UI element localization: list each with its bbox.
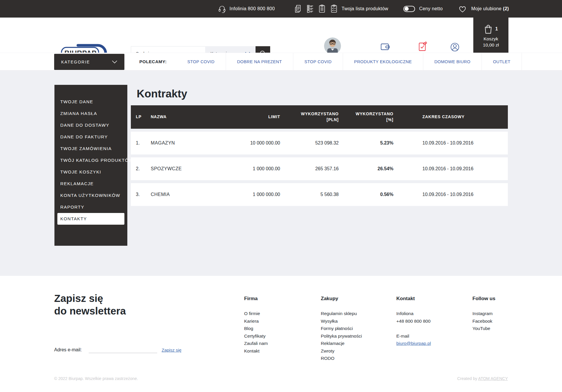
table-header-cell: LP <box>131 114 145 120</box>
footer-column-title: Firma <box>244 296 321 302</box>
table-row[interactable]: 2.SPOZYWCZE1 000 000.00265 357.1626.54%1… <box>131 157 508 180</box>
footer-item[interactable]: E-mail <box>396 332 472 340</box>
nav-link[interactable]: DOMOWE BIURO <box>423 53 482 70</box>
table-cell: 523 098.32 <box>280 140 339 146</box>
newsletter-form: Adres e-mail: Zapisz się <box>54 347 181 353</box>
footer-column-title: Zakupy <box>321 296 396 302</box>
favorites-group[interactable]: Moje ulubione (2) <box>458 0 509 18</box>
table-cell: 5 560.38 <box>280 192 339 197</box>
table-header-cell: LIMIT <box>242 114 280 120</box>
nav-link[interactable]: OUTLET <box>482 53 522 70</box>
footer-item[interactable]: Kontakt <box>244 347 321 355</box>
table-cell: 0.56% <box>339 192 393 197</box>
table-header-cell: ZAKRES CZASOWY <box>393 114 508 120</box>
contracts-table: LPNAZWALIMITWYKORZYSTANO[PLN]WYKORZYSTAN… <box>131 105 508 206</box>
newsletter-submit-link[interactable]: Zapisz się <box>162 348 181 353</box>
footer-column: Follow usInstagramFacebookYouTube <box>472 296 495 362</box>
table-cell: 10.09.2016 - 10.09.2016 <box>393 140 508 146</box>
sidebar-menu: TWOJE DANEZMIANA HASŁADANE DO DOSTAWYDAN… <box>54 85 127 246</box>
table-row[interactable]: 3.CHEMIA1 000 000.005 560.380.56%10.09.2… <box>131 183 508 206</box>
table-row[interactable]: 1.MAGAZYN10 000 000.00523 098.325.23%10.… <box>131 132 508 154</box>
cart-count: 1 <box>495 26 498 32</box>
table-header-cell: WYKORZYSTANO[PLN] <box>280 111 339 123</box>
footer-item[interactable]: Kariera <box>244 317 321 325</box>
footer-item[interactable]: Wysyłka <box>321 317 396 325</box>
footer-item[interactable]: O firmie <box>244 310 321 317</box>
sidebar-item[interactable]: TWÓJ KATALOG PRODUKTÓW <box>54 154 127 166</box>
bag-icon <box>484 24 493 34</box>
sidebar-item[interactable]: TWOJE DANE <box>54 96 127 108</box>
footer-item[interactable]: Facebook <box>472 317 495 325</box>
favorites-label: Moje ulubione (2) <box>471 6 509 11</box>
tasks-clipboard-icon[interactable] <box>330 4 338 13</box>
sidebar-item[interactable]: DANE DO FAKTURY <box>54 131 127 143</box>
footer-item[interactable]: Zaufali nam <box>244 340 321 347</box>
table-cell: 1. <box>131 140 145 146</box>
table-header-cell: WYKORZYSTANO[%] <box>339 111 393 123</box>
footer-column-title: Kontakt <box>396 296 472 302</box>
footer-item[interactable]: Formy płatności <box>321 325 396 332</box>
table-cell: 5.23% <box>339 140 393 146</box>
newsletter-email-input[interactable] <box>89 347 157 353</box>
cart-value: 10,00 zł <box>473 42 508 48</box>
sidebar-item[interactable]: ZMIANA HASŁA <box>54 108 127 119</box>
kategorie-label: KATEGORIE <box>61 60 90 64</box>
footer-item[interactable]: +48 800 800 800 <box>396 317 472 325</box>
footer-item[interactable]: Regulamin sklepu <box>321 310 396 317</box>
footer-item[interactable]: Polityka prywatności <box>321 332 396 340</box>
ceny-netto-label: Ceny netto <box>419 6 443 11</box>
footer-item[interactable]: Instagram <box>472 310 495 317</box>
avatar[interactable] <box>324 37 341 54</box>
table-cell: 10.09.2016 - 10.09.2016 <box>393 192 508 197</box>
nav-link[interactable]: PRODUKTY EKOLOGICZNE <box>343 53 423 70</box>
footer-column-title: Follow us <box>472 296 495 302</box>
documents-icon[interactable] <box>294 4 302 13</box>
footer-columns: FirmaO firmieKarieraBlogCertyfikatyZaufa… <box>244 296 495 362</box>
footer-item[interactable]: Reklamacje <box>321 340 396 347</box>
table-header-cell: NAZWA <box>145 114 242 120</box>
table-cell: 10.09.2016 - 10.09.2016 <box>393 166 508 171</box>
header: BIURPAP Kategoria <box>0 18 562 53</box>
nav-link[interactable]: STOP COVID <box>176 53 226 70</box>
infolinia-group: Infolinia 800 800 800 <box>218 0 275 18</box>
sidebar-item[interactable]: RAPORTY <box>54 201 127 213</box>
footer-item[interactable]: RODO <box>321 355 396 362</box>
sidebar-item[interactable]: KONTA UŻYTKOWNIKÓW <box>54 190 127 201</box>
nav-link[interactable]: STOP COVID <box>293 53 343 70</box>
clipboard-icon[interactable] <box>318 4 326 13</box>
sidebar-item[interactable]: REKLAMACJE <box>54 178 127 190</box>
footer-item[interactable]: Certyfikaty <box>244 332 321 340</box>
main-panel: Kontrakty LPNAZWALIMITWYKORZYSTANO[PLN]W… <box>131 71 508 206</box>
infolinia-label: Infolinia 800 800 800 <box>229 6 275 11</box>
sidebar-item[interactable]: KONTAKTY <box>57 213 124 225</box>
sidebar-item[interactable]: TWOJE ZAMÓWIENIA <box>54 143 127 154</box>
sidebar-item[interactable]: DANE DO DOSTAWY <box>54 119 127 131</box>
footer-link[interactable]: biuro@biurpap.pl <box>396 340 472 347</box>
table-cell: 1 000 000.00 <box>242 192 280 197</box>
footer-item[interactable]: YouTube <box>472 325 495 332</box>
footer-spacer <box>396 325 472 332</box>
footer-column: ZakupyRegulamin sklepuWysyłkaFormy płatn… <box>321 296 396 362</box>
table-cell: 2. <box>131 166 145 171</box>
footer-item[interactable]: Zwroty <box>321 347 396 355</box>
toggle-knob <box>405 7 409 11</box>
lista-produktow[interactable]: Twoja lista produktów <box>342 0 388 18</box>
sidebar-item[interactable]: TWOJE KOSZYKI <box>54 166 127 178</box>
checklist-icon[interactable] <box>306 4 314 13</box>
cart-button[interactable]: 1 Koszyk 10,00 zł <box>473 18 508 53</box>
topbar-icons <box>294 0 338 18</box>
table-header: LPNAZWALIMITWYKORZYSTANO[PLN]WYKORZYSTAN… <box>131 105 508 129</box>
favorites-count: (2) <box>503 6 509 11</box>
ceny-netto-toggle[interactable] <box>403 6 415 12</box>
footer-column: FirmaO firmieKarieraBlogCertyfikatyZaufa… <box>244 296 321 362</box>
kategorie-button[interactable]: KATEGORIE <box>54 54 124 70</box>
topbar: Infolinia 800 800 800 <box>0 0 562 18</box>
heart-icon <box>458 5 467 13</box>
footer-item[interactable]: Blog <box>244 325 321 332</box>
agency-link[interactable]: ATOM AGENCY <box>478 376 508 381</box>
accept-orders-icon <box>405 42 440 53</box>
footer-bottom: © 2022 Biurpap. Wszelkie prawa zastrzeżo… <box>54 376 508 381</box>
content-area: TWOJE DANEZMIANA HASŁADANE DO DOSTAWYDAN… <box>0 71 562 276</box>
footer-item[interactable]: Infoliona <box>396 310 472 317</box>
nav-link[interactable]: DOBRE NA PREZENT <box>226 53 293 70</box>
